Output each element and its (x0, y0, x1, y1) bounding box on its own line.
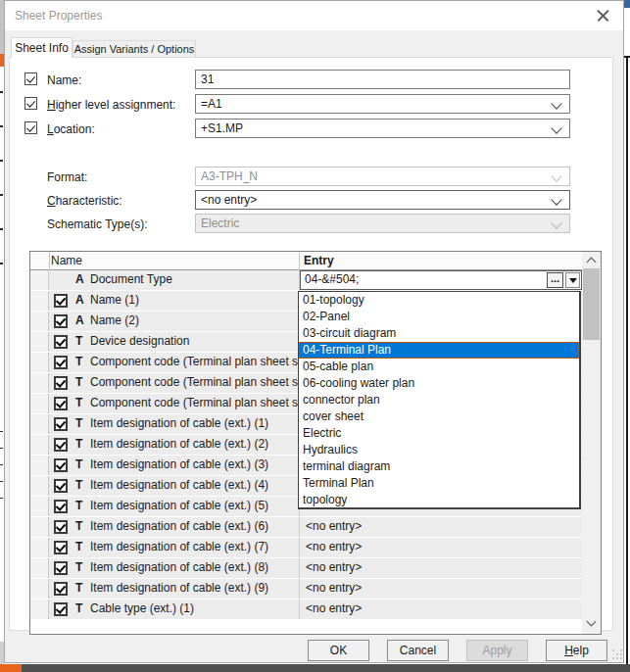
format-label: Format: (47, 170, 87, 184)
check-icon (26, 122, 35, 131)
row-checkbox[interactable] (54, 417, 68, 431)
help-button[interactable]: Help (546, 640, 607, 661)
row-checkbox[interactable] (54, 561, 68, 575)
location-combobox[interactable]: +S1.MP (195, 119, 570, 138)
document-type-dropdown-list: 01-topology02-Panel03-circuit diagram04-… (298, 291, 581, 509)
chevron-down-icon (551, 194, 561, 205)
check-icon (56, 521, 66, 532)
attribute-type-icon: T (75, 437, 82, 451)
format-combobox: A3-TPH_N (195, 167, 570, 186)
check-icon (56, 459, 66, 470)
row-name: Item designation of cable (ext.) (8) (90, 560, 268, 574)
attribute-type-icon: T (75, 560, 82, 574)
higher-level-combobox[interactable]: =A1 (195, 94, 570, 114)
cancel-button[interactable]: Cancel (387, 640, 449, 661)
column-header-name[interactable]: Name (51, 254, 82, 267)
row-entry: <no entry> (306, 540, 362, 553)
row-entry: <no entry> (306, 581, 362, 595)
scroll-up-icon[interactable] (587, 258, 597, 267)
table-row[interactable]: TItem designation of cable (ext.) (6)<no… (30, 517, 582, 538)
check-icon (56, 562, 66, 573)
dropdown-button[interactable] (565, 272, 580, 288)
table-row[interactable]: TCable type (ext.) (1)<no entry> (30, 600, 582, 620)
row-name: Component code (Terminal plan sheet s (90, 396, 298, 409)
column-header-entry[interactable]: Entry (304, 254, 334, 267)
name-label: Name: (47, 73, 81, 87)
characteristic-combobox[interactable]: <no entry> (195, 190, 570, 210)
row-checkbox[interactable] (54, 438, 68, 452)
row-checkbox[interactable] (54, 541, 68, 554)
row-checkbox[interactable] (54, 335, 68, 349)
dropdown-item[interactable]: 01-topology (299, 292, 579, 309)
attribute-type-icon: A (75, 313, 84, 327)
row-checkbox[interactable] (54, 602, 68, 616)
row-checkbox[interactable] (54, 356, 68, 369)
dropdown-item[interactable]: 05-cable plan (299, 359, 579, 375)
attribute-type-icon: T (75, 540, 82, 553)
chevron-down-icon (551, 217, 561, 228)
row-name: Name (2) (90, 313, 139, 327)
table-row[interactable]: TItem designation of cable (ext.) (8)<no… (30, 558, 582, 579)
row-name: Item designation of cable (ext.) (9) (90, 581, 268, 595)
row-checkbox[interactable] (54, 294, 68, 308)
row-checkbox[interactable] (54, 397, 68, 410)
check-icon (56, 315, 66, 326)
row-checkbox[interactable] (54, 500, 68, 513)
dropdown-item[interactable]: 04-Terminal Plan (299, 342, 579, 359)
schematic-type-combobox: Electric (195, 214, 570, 233)
resize-grip[interactable] (612, 649, 614, 651)
attribute-type-icon: T (75, 416, 82, 430)
row-entry: <no entry> (306, 560, 362, 574)
name-checkbox[interactable] (24, 72, 37, 85)
chevron-down-icon (551, 122, 561, 133)
table-row-document-type[interactable]: A Document Type 04-&#504; ... (30, 270, 582, 291)
scrollbar-thumb[interactable] (583, 268, 600, 340)
location-label: Location: (47, 122, 95, 136)
row-name: Cable type (ext.) (1) (90, 601, 194, 615)
check-icon (56, 336, 66, 347)
check-icon (56, 398, 66, 408)
row-name: Name (1) (90, 293, 139, 307)
check-icon (56, 501, 66, 511)
dropdown-item[interactable]: Electric (299, 425, 579, 442)
check-icon (56, 377, 66, 388)
table-scrollbar[interactable] (582, 252, 601, 634)
apply-button[interactable]: Apply (466, 640, 528, 661)
dropdown-item[interactable]: cover sheet (299, 408, 579, 425)
table-row[interactable]: TItem designation of cable (ext.) (7)<no… (30, 538, 582, 558)
dropdown-item[interactable]: Hydraulics (299, 442, 579, 458)
row-checkbox[interactable] (54, 582, 68, 596)
dropdown-item[interactable]: connector plan (299, 392, 579, 408)
document-type-editor[interactable]: 04-&#504; ... (300, 270, 582, 290)
browse-button[interactable]: ... (547, 272, 563, 288)
row-name: Item designation of cable (ext.) (3) (90, 457, 268, 471)
check-icon (56, 480, 66, 491)
row-checkbox[interactable] (54, 458, 68, 472)
dropdown-item[interactable]: 02-Panel (299, 309, 579, 325)
name-input[interactable]: 31 (195, 70, 570, 89)
location-checkbox[interactable] (24, 121, 37, 134)
chevron-down-icon (551, 98, 561, 109)
row-checkbox[interactable] (54, 479, 68, 493)
attribute-type-icon: T (75, 581, 82, 595)
attribute-type-icon: T (75, 478, 82, 492)
table-row[interactable]: TItem designation of cable (ext.) (9)<no… (30, 579, 582, 600)
attribute-type-icon: T (75, 601, 82, 615)
row-checkbox[interactable] (54, 314, 68, 328)
background-right-strip (624, 0, 630, 672)
dropdown-item[interactable]: Terminal Plan (299, 475, 579, 492)
dropdown-item[interactable]: topology (299, 492, 579, 508)
row-checkbox[interactable] (54, 520, 68, 534)
higher-level-checkbox[interactable] (24, 97, 37, 110)
row-checkbox[interactable] (54, 376, 68, 390)
row-name: Item designation of cable (ext.) (7) (90, 540, 268, 553)
ok-button[interactable]: OK (308, 640, 369, 661)
scroll-down-icon[interactable] (587, 617, 597, 627)
dropdown-item[interactable]: terminal diagram (299, 458, 579, 475)
attribute-type-icon: T (75, 396, 82, 409)
attribute-type-icon: T (75, 355, 82, 368)
dropdown-item[interactable]: 06-cooling water plan (299, 375, 579, 392)
check-icon (56, 542, 66, 552)
attribute-type-icon: T (75, 375, 82, 389)
dropdown-item[interactable]: 03-circuit diagram (299, 325, 579, 342)
